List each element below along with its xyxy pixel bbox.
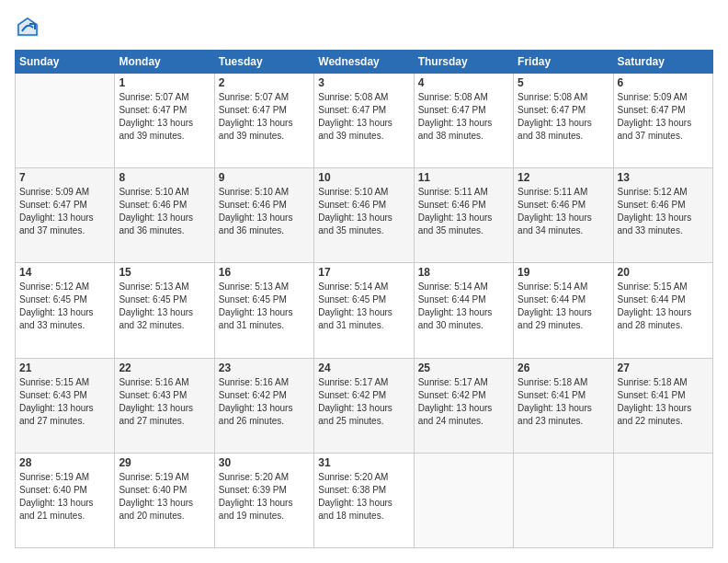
day-info: Sunrise: 5:08 AMSunset: 6:47 PMDaylight:… [318, 91, 409, 143]
day-info: Sunrise: 5:15 AMSunset: 6:44 PMDaylight:… [618, 281, 709, 332]
day-info: Sunrise: 5:16 AMSunset: 6:42 PMDaylight:… [219, 376, 310, 428]
calendar-cell: 3Sunrise: 5:08 AMSunset: 6:47 PMDaylight… [314, 74, 414, 168]
day-number: 9 [219, 171, 310, 184]
calendar-cell: 10Sunrise: 5:10 AMSunset: 6:46 PMDayligh… [314, 168, 414, 263]
calendar-cell: 1Sunrise: 5:07 AMSunset: 6:47 PMDaylight… [115, 74, 214, 168]
day-info: Sunrise: 5:17 AMSunset: 6:42 PMDaylight:… [318, 376, 409, 428]
calendar-cell: 23Sunrise: 5:16 AMSunset: 6:42 PMDayligh… [214, 358, 313, 453]
day-info: Sunrise: 5:10 AMSunset: 6:46 PMDaylight:… [318, 186, 409, 237]
day-info: Sunrise: 5:19 AMSunset: 6:40 PMDaylight:… [19, 471, 110, 523]
day-info: Sunrise: 5:20 AMSunset: 6:39 PMDaylight:… [219, 471, 310, 523]
day-number: 13 [618, 171, 709, 184]
calendar-cell: 9Sunrise: 5:10 AMSunset: 6:46 PMDaylight… [214, 168, 313, 263]
day-number: 30 [219, 456, 310, 469]
calendar-cell: 30Sunrise: 5:20 AMSunset: 6:39 PMDayligh… [214, 453, 313, 547]
calendar-day-header: Sunday [16, 51, 115, 74]
day-number: 2 [219, 76, 310, 89]
calendar-cell: 31Sunrise: 5:20 AMSunset: 6:38 PMDayligh… [314, 453, 414, 547]
calendar-cell: 18Sunrise: 5:14 AMSunset: 6:44 PMDayligh… [414, 263, 513, 358]
calendar-cell: 11Sunrise: 5:11 AMSunset: 6:46 PMDayligh… [414, 168, 513, 263]
calendar-week-row: 21Sunrise: 5:15 AMSunset: 6:43 PMDayligh… [16, 358, 713, 453]
calendar-cell: 29Sunrise: 5:19 AMSunset: 6:40 PMDayligh… [115, 453, 214, 547]
calendar-cell: 12Sunrise: 5:11 AMSunset: 6:46 PMDayligh… [514, 168, 613, 263]
calendar-cell: 21Sunrise: 5:15 AMSunset: 6:43 PMDayligh… [16, 358, 115, 453]
day-info: Sunrise: 5:18 AMSunset: 6:41 PMDaylight:… [618, 376, 709, 428]
day-number: 27 [618, 362, 709, 374]
day-info: Sunrise: 5:08 AMSunset: 6:47 PMDaylight:… [418, 91, 509, 143]
calendar-cell: 15Sunrise: 5:13 AMSunset: 6:45 PMDayligh… [115, 263, 214, 358]
day-info: Sunrise: 5:14 AMSunset: 6:44 PMDaylight:… [418, 281, 509, 332]
calendar-cell: 4Sunrise: 5:08 AMSunset: 6:47 PMDaylight… [414, 74, 513, 168]
calendar-cell: 17Sunrise: 5:14 AMSunset: 6:45 PMDayligh… [314, 263, 414, 358]
calendar-cell: 27Sunrise: 5:18 AMSunset: 6:41 PMDayligh… [613, 358, 712, 453]
day-number: 22 [119, 362, 210, 374]
calendar-cell [514, 453, 613, 547]
day-info: Sunrise: 5:08 AMSunset: 6:47 PMDaylight:… [518, 91, 609, 143]
day-number: 6 [618, 76, 709, 89]
day-number: 26 [518, 362, 609, 374]
day-info: Sunrise: 5:14 AMSunset: 6:45 PMDaylight:… [318, 281, 409, 332]
day-info: Sunrise: 5:20 AMSunset: 6:38 PMDaylight:… [318, 471, 409, 523]
header [15, 15, 713, 40]
day-number: 18 [418, 266, 509, 279]
day-info: Sunrise: 5:13 AMSunset: 6:45 PMDaylight:… [219, 281, 310, 332]
day-info: Sunrise: 5:14 AMSunset: 6:44 PMDaylight:… [518, 281, 609, 332]
calendar-cell [414, 453, 513, 547]
day-number: 3 [318, 76, 409, 89]
day-number: 24 [318, 362, 409, 374]
calendar-table: SundayMondayTuesdayWednesdayThursdayFrid… [15, 50, 713, 548]
day-info: Sunrise: 5:16 AMSunset: 6:43 PMDaylight:… [119, 376, 210, 428]
day-number: 29 [119, 456, 210, 469]
day-number: 19 [518, 266, 609, 279]
logo-icon [15, 15, 40, 40]
calendar-cell: 19Sunrise: 5:14 AMSunset: 6:44 PMDayligh… [514, 263, 613, 358]
day-info: Sunrise: 5:12 AMSunset: 6:45 PMDaylight:… [19, 281, 110, 332]
calendar-week-row: 1Sunrise: 5:07 AMSunset: 6:47 PMDaylight… [16, 74, 713, 168]
day-number: 25 [418, 362, 509, 374]
calendar-week-row: 7Sunrise: 5:09 AMSunset: 6:47 PMDaylight… [16, 168, 713, 263]
day-info: Sunrise: 5:12 AMSunset: 6:46 PMDaylight:… [618, 186, 709, 237]
calendar-cell: 5Sunrise: 5:08 AMSunset: 6:47 PMDaylight… [514, 74, 613, 168]
day-number: 23 [219, 362, 310, 374]
day-number: 20 [618, 266, 709, 279]
day-number: 11 [418, 171, 509, 184]
calendar-cell: 7Sunrise: 5:09 AMSunset: 6:47 PMDaylight… [16, 168, 115, 263]
day-info: Sunrise: 5:19 AMSunset: 6:40 PMDaylight:… [119, 471, 210, 523]
day-number: 15 [119, 266, 210, 279]
day-info: Sunrise: 5:18 AMSunset: 6:41 PMDaylight:… [518, 376, 609, 428]
day-info: Sunrise: 5:07 AMSunset: 6:47 PMDaylight:… [119, 91, 210, 143]
calendar-cell: 13Sunrise: 5:12 AMSunset: 6:46 PMDayligh… [613, 168, 712, 263]
day-info: Sunrise: 5:10 AMSunset: 6:46 PMDaylight:… [119, 186, 210, 237]
day-info: Sunrise: 5:09 AMSunset: 6:47 PMDaylight:… [618, 91, 709, 143]
calendar-day-header: Saturday [613, 51, 712, 74]
day-number: 5 [518, 76, 609, 89]
day-number: 31 [318, 456, 409, 469]
calendar-cell: 6Sunrise: 5:09 AMSunset: 6:47 PMDaylight… [613, 74, 712, 168]
calendar-week-row: 28Sunrise: 5:19 AMSunset: 6:40 PMDayligh… [16, 453, 713, 547]
calendar-cell: 24Sunrise: 5:17 AMSunset: 6:42 PMDayligh… [314, 358, 414, 453]
calendar-cell [16, 74, 115, 168]
calendar-cell [613, 453, 712, 547]
day-info: Sunrise: 5:09 AMSunset: 6:47 PMDaylight:… [19, 186, 110, 237]
calendar-cell: 14Sunrise: 5:12 AMSunset: 6:45 PMDayligh… [16, 263, 115, 358]
calendar-header-row: SundayMondayTuesdayWednesdayThursdayFrid… [16, 51, 713, 74]
calendar-cell: 2Sunrise: 5:07 AMSunset: 6:47 PMDaylight… [214, 74, 313, 168]
day-number: 14 [19, 266, 110, 279]
day-number: 7 [19, 171, 110, 184]
day-number: 16 [219, 266, 310, 279]
calendar-cell: 28Sunrise: 5:19 AMSunset: 6:40 PMDayligh… [16, 453, 115, 547]
day-number: 12 [518, 171, 609, 184]
day-info: Sunrise: 5:13 AMSunset: 6:45 PMDaylight:… [119, 281, 210, 332]
calendar-week-row: 14Sunrise: 5:12 AMSunset: 6:45 PMDayligh… [16, 263, 713, 358]
calendar-cell: 25Sunrise: 5:17 AMSunset: 6:42 PMDayligh… [414, 358, 513, 453]
page: SundayMondayTuesdayWednesdayThursdayFrid… [0, 0, 728, 563]
calendar-day-header: Tuesday [214, 51, 313, 74]
day-number: 4 [418, 76, 509, 89]
day-number: 17 [318, 266, 409, 279]
day-info: Sunrise: 5:10 AMSunset: 6:46 PMDaylight:… [219, 186, 310, 237]
calendar-cell: 26Sunrise: 5:18 AMSunset: 6:41 PMDayligh… [514, 358, 613, 453]
day-number: 28 [19, 456, 110, 469]
calendar-day-header: Friday [514, 51, 613, 74]
calendar-cell: 8Sunrise: 5:10 AMSunset: 6:46 PMDaylight… [115, 168, 214, 263]
day-number: 1 [119, 76, 210, 89]
